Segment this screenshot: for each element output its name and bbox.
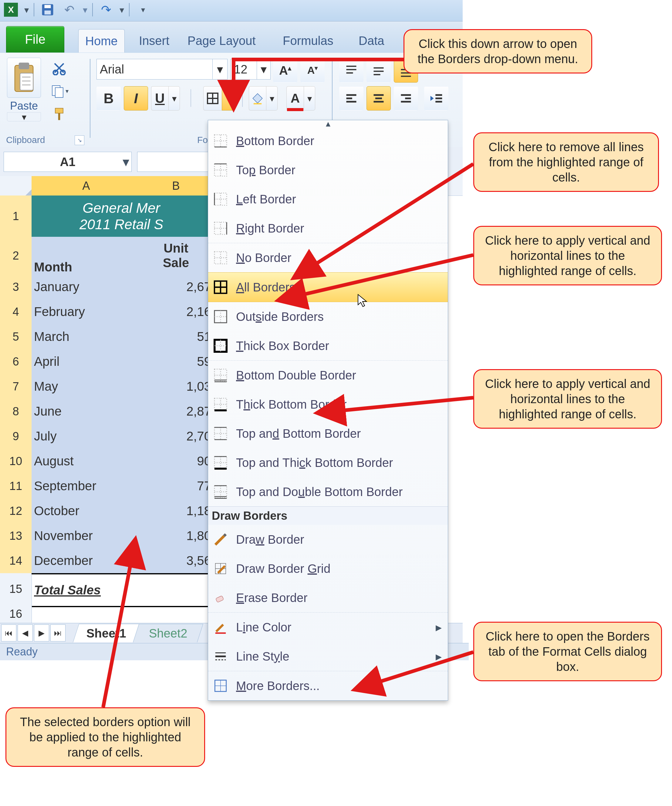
tab-page-layout[interactable]: Page Layout — [181, 29, 262, 52]
cell-a10[interactable]: August — [31, 449, 143, 474]
font-size-combo[interactable]: 12 ▾ — [231, 59, 271, 79]
tab-home[interactable]: Home — [78, 29, 125, 53]
menu-item-bottom[interactable]: Bottom Border — [208, 126, 448, 155]
cell-b15[interactable] — [141, 573, 214, 607]
cell-a13[interactable]: November — [31, 524, 143, 548]
row-header-15[interactable]: 15 — [0, 573, 32, 605]
row-header-13[interactable]: 13 — [0, 524, 32, 548]
row-header-8[interactable]: 8 — [0, 399, 32, 424]
copy-button[interactable]: ▾ — [49, 82, 70, 100]
cell-a16[interactable] — [31, 605, 143, 623]
borders-apply-icon[interactable] — [203, 86, 222, 111]
customize-qat-button[interactable]: ▾ — [134, 1, 152, 18]
cell-a3[interactable]: January — [31, 274, 143, 300]
menu-item-more[interactable]: More Borders... — [208, 671, 448, 700]
cell-a5[interactable]: March — [31, 324, 143, 349]
font-name-dropdown[interactable]: ▾ — [212, 59, 227, 79]
bold-button[interactable]: B — [97, 86, 121, 111]
cell-a14[interactable]: December — [31, 548, 143, 573]
decrease-indent-button[interactable] — [424, 86, 448, 111]
row-header-12[interactable]: 12 — [0, 499, 32, 524]
align-left-button[interactable] — [339, 86, 364, 111]
cell-b10[interactable]: 90 — [141, 449, 214, 474]
cell-b9[interactable]: 2,70 — [141, 424, 214, 449]
cell-a8[interactable]: June — [31, 399, 143, 424]
cell-b7[interactable]: 1,03 — [141, 374, 214, 399]
sheet-nav-first[interactable]: ⏮ — [1, 624, 16, 641]
menu-item-bottom2[interactable]: Bottom Double Border — [208, 360, 448, 390]
save-button[interactable] — [39, 1, 56, 18]
cell-b16[interactable] — [141, 605, 214, 623]
row-header-16[interactable]: 16 — [0, 605, 32, 623]
menu-item-all[interactable]: All Borders — [208, 272, 448, 302]
name-box[interactable]: A1 ▾ — [3, 152, 132, 172]
tab-data[interactable]: Data — [352, 29, 391, 52]
cell-a11[interactable]: September — [31, 474, 143, 499]
underline-button[interactable]: U ▾ — [151, 86, 180, 111]
row-header-7[interactable]: 7 — [0, 374, 32, 399]
align-middle-button[interactable] — [366, 58, 391, 83]
column-header-b[interactable]: B — [141, 176, 211, 195]
cell-a6[interactable]: April — [31, 349, 143, 374]
cell-a4[interactable]: February — [31, 299, 143, 325]
tab-file[interactable]: File — [6, 26, 64, 53]
sheet-nav-next[interactable]: ▶ — [34, 624, 49, 641]
row-header-11[interactable]: 11 — [0, 474, 32, 499]
grow-font-button[interactable]: A▴ — [273, 58, 297, 83]
align-top-button[interactable] — [339, 58, 364, 83]
borders-dropdown-arrow[interactable]: ▾ — [222, 86, 234, 111]
excel-logo[interactable]: X — [2, 1, 20, 18]
sheet-tab-1[interactable]: Sheet1 — [73, 624, 140, 642]
cell-b6[interactable]: 59 — [141, 349, 214, 374]
clipboard-dialog-launcher[interactable]: ↘ — [75, 135, 84, 145]
menu-item-topbottom[interactable]: Top and Bottom Border — [208, 419, 448, 448]
menu-item-topdoublebottom[interactable]: Top and Double Bottom Border — [208, 477, 448, 506]
cell-a12[interactable]: October — [31, 499, 143, 524]
row-header-3[interactable]: 3 — [0, 274, 32, 300]
select-all-triangle[interactable] — [0, 176, 34, 198]
row-header-5[interactable]: 5 — [0, 324, 32, 349]
menu-item-drawgrid[interactable]: Draw Border Grid — [208, 554, 448, 583]
cell-b4[interactable]: 2,16 — [141, 299, 214, 325]
shrink-font-button[interactable]: A▾ — [300, 58, 324, 83]
row-header-10[interactable]: 10 — [0, 449, 32, 474]
cell-a7[interactable]: May — [31, 374, 143, 399]
font-name-combo[interactable]: Arial ▾ — [97, 59, 227, 79]
menu-item-topthickbottom[interactable]: Top and Thick Bottom Border — [208, 448, 448, 477]
title-cell[interactable]: General Mer 2011 Retail S — [31, 195, 211, 237]
cell-a9[interactable]: July — [31, 424, 143, 449]
menu-item-linecolor[interactable]: Line Color▸ — [208, 612, 448, 642]
italic-button[interactable]: I — [124, 86, 148, 111]
menu-item-outside[interactable]: Outside Borders — [208, 302, 448, 331]
undo-button[interactable]: ↶ — [61, 1, 78, 18]
font-size-dropdown[interactable]: ▾ — [257, 59, 270, 79]
fill-color-button[interactable]: ▾ — [249, 86, 278, 111]
row-header-4[interactable]: 4 — [0, 299, 32, 325]
paste-button[interactable]: Paste ▾ — [6, 58, 42, 121]
menu-item-erase[interactable]: Erase Border — [208, 583, 448, 612]
cell-b14[interactable]: 3,56 — [141, 548, 214, 573]
tab-insert[interactable]: Insert — [132, 29, 176, 52]
borders-button[interactable]: ▾ — [203, 86, 234, 111]
font-color-button[interactable]: A ▾ — [287, 86, 315, 111]
formula-input[interactable] — [137, 152, 211, 172]
menu-item-thickbox[interactable]: Thick Box Border — [208, 331, 448, 360]
sheet-nav-last[interactable]: ⏭ — [50, 624, 66, 641]
sheet-tab-2[interactable]: Sheet2 — [133, 624, 203, 642]
cut-button[interactable] — [49, 59, 70, 77]
menu-scroll-up[interactable]: ▴ — [208, 120, 448, 126]
cell-b8[interactable]: 2,87 — [141, 399, 214, 424]
row-header-6[interactable]: 6 — [0, 349, 32, 374]
align-right-button[interactable] — [394, 86, 418, 111]
cell-b13[interactable]: 1,80 — [141, 524, 214, 548]
row-header-1[interactable]: 1 — [0, 195, 32, 237]
row-header-9[interactable]: 9 — [0, 424, 32, 449]
tab-formulas[interactable]: Formulas — [276, 29, 340, 52]
redo-button[interactable]: ↷ — [98, 1, 115, 18]
cell-b11[interactable]: 77 — [141, 474, 214, 499]
cell-b3[interactable]: 2,67 — [141, 274, 214, 300]
cell-a15[interactable]: Total Sales — [31, 573, 143, 607]
menu-item-left[interactable]: Left Border — [208, 185, 448, 214]
menu-item-right[interactable]: Right Border — [208, 214, 448, 243]
menu-item-none[interactable]: No Border — [208, 243, 448, 272]
